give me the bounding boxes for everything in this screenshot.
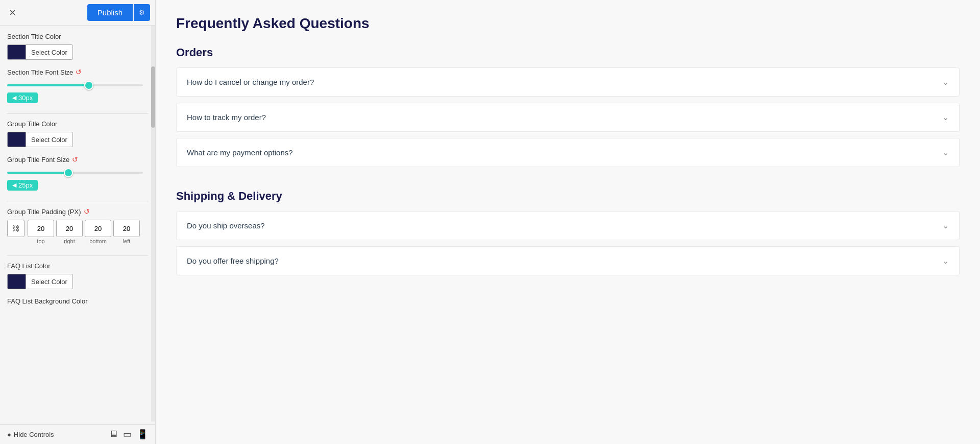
group-title-fontsize-badge-row: ◀ 25px: [7, 180, 148, 191]
tablet-icon[interactable]: ▭: [123, 429, 132, 440]
left-arrow-icon-2: ◀: [12, 182, 16, 189]
group-title-color-button[interactable]: Select Color: [26, 132, 73, 147]
section-title-fontsize-slider[interactable]: [7, 80, 148, 88]
left-panel: ✕ Publish ⚙ Section Title Color Select C…: [0, 0, 156, 444]
close-button[interactable]: ✕: [5, 6, 19, 20]
faq-item[interactable]: What are my payment options? ⌄: [176, 138, 960, 167]
section-title-color-control: Select Color: [7, 44, 148, 60]
divider-1: [7, 113, 148, 114]
padding-top-input[interactable]: [28, 220, 54, 237]
section-spacer: [176, 177, 960, 185]
controls-body: Section Title Color Select Color Section…: [0, 26, 155, 424]
section-title-color-button[interactable]: Select Color: [26, 44, 73, 60]
link-icon[interactable]: ⛓: [7, 220, 24, 237]
device-icons: 🖥 ▭ 📱: [109, 429, 148, 440]
padding-bottom-field: bottom: [85, 220, 111, 244]
faq-group-shipping-title: Shipping & Delivery: [176, 190, 960, 203]
section-title-color-label: Section Title Color: [7, 33, 148, 40]
group-title-padding-label: Group Title Padding (PX) ↺: [7, 207, 148, 216]
desktop-icon[interactable]: 🖥: [109, 429, 118, 440]
faq-item[interactable]: How do I cancel or change my order? ⌄: [176, 67, 960, 97]
padding-left-label: left: [123, 238, 131, 244]
padding-left-field: left: [113, 220, 140, 244]
settings-button[interactable]: ⚙: [134, 4, 150, 21]
padding-top-label: top: [37, 238, 44, 244]
padding-bottom-label: bottom: [89, 238, 107, 244]
padding-bottom-input[interactable]: [85, 220, 111, 237]
group-title-color-swatch[interactable]: [7, 132, 26, 147]
padding-right-label: right: [64, 238, 75, 244]
faq-list-color-control: Select Color: [7, 274, 148, 289]
publish-button[interactable]: Publish: [87, 4, 133, 21]
section-title-color-swatch[interactable]: [7, 44, 26, 60]
faq-group-shipping: Shipping & Delivery Do you ship overseas…: [176, 190, 960, 275]
group-title-color-control: Select Color: [7, 132, 148, 147]
faq-list-bg-color-label: FAQ List Background Color: [7, 297, 148, 305]
faq-question: What are my payment options?: [187, 148, 293, 157]
padding-control: ⛓ top right bottom left: [7, 220, 148, 244]
right-panel: Frequently Asked Questions Orders How do…: [156, 0, 980, 444]
group-title-fontsize-badge: ◀ 25px: [7, 180, 38, 191]
faq-question: Do you offer free shipping?: [187, 256, 279, 265]
group-title-padding-reset[interactable]: ↺: [84, 207, 90, 216]
chevron-down-icon: ⌄: [942, 256, 949, 266]
chevron-down-icon: ⌄: [942, 221, 949, 230]
faq-list-color-swatch[interactable]: [7, 274, 26, 289]
faq-list-color-button[interactable]: Select Color: [26, 274, 73, 289]
left-arrow-icon: ◀: [12, 95, 16, 101]
top-bar: ✕ Publish ⚙: [0, 0, 155, 26]
chevron-down-icon: ⌄: [942, 77, 949, 87]
faq-page-title: Frequently Asked Questions: [176, 15, 960, 32]
hide-controls-button[interactable]: ● Hide Controls: [7, 431, 54, 438]
chevron-down-icon: ⌄: [942, 148, 949, 157]
faq-question: How to track my order?: [187, 113, 266, 122]
faq-list-color-label: FAQ List Color: [7, 262, 148, 270]
gear-icon: ⚙: [139, 9, 145, 16]
padding-top-field: top: [28, 220, 54, 244]
faq-item[interactable]: Do you offer free shipping? ⌄: [176, 246, 960, 275]
section-title-fontsize-reset[interactable]: ↺: [76, 68, 82, 76]
padding-left-input[interactable]: [113, 220, 140, 237]
faq-item[interactable]: Do you ship overseas? ⌄: [176, 211, 960, 240]
faq-group-orders-title: Orders: [176, 46, 960, 59]
group-title-fontsize-label: Group Title Font Size ↺: [7, 155, 148, 163]
section-title-fontsize-badge: ◀ 30px: [7, 92, 38, 103]
group-title-color-label: Group Title Color: [7, 120, 148, 128]
section-title-fontsize-badge-row: ◀ 30px: [7, 92, 148, 103]
padding-inputs: top right bottom left: [28, 220, 140, 244]
faq-question: Do you ship overseas?: [187, 221, 265, 230]
faq-question: How do I cancel or change my order?: [187, 78, 314, 86]
faq-item[interactable]: How to track my order? ⌄: [176, 103, 960, 132]
divider-2: [7, 201, 148, 201]
group-title-fontsize-slider[interactable]: [7, 168, 148, 176]
circle-icon: ●: [7, 431, 11, 438]
faq-group-orders: Orders How do I cancel or change my orde…: [176, 46, 960, 167]
divider-3: [7, 255, 148, 256]
scrollbar-track: [151, 26, 155, 422]
bottom-bar: ● Hide Controls 🖥 ▭ 📱: [0, 424, 155, 444]
padding-right-input[interactable]: [56, 220, 83, 237]
publish-group: Publish ⚙: [87, 4, 150, 21]
padding-right-field: right: [56, 220, 83, 244]
section-title-fontsize-label: Section Title Font Size ↺: [7, 68, 148, 76]
mobile-icon[interactable]: 📱: [137, 429, 148, 440]
chevron-down-icon: ⌄: [942, 112, 949, 122]
group-title-fontsize-reset[interactable]: ↺: [72, 155, 78, 163]
scrollbar-thumb[interactable]: [151, 66, 155, 128]
